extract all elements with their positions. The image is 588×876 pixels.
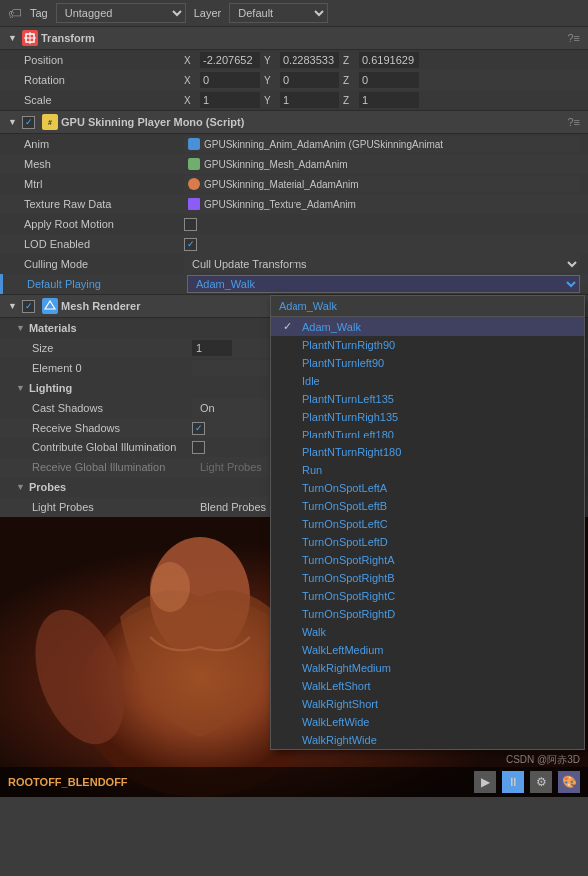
- position-x-input[interactable]: [200, 52, 260, 68]
- dropdown-item[interactable]: TurnOnSpotLeftD: [271, 533, 584, 551]
- dropdown-item[interactable]: PlantNTurnRigh135: [271, 408, 584, 426]
- viewport-color-button[interactable]: 🎨: [558, 771, 580, 793]
- default-playing-select[interactable]: Adam_Walk: [187, 275, 580, 293]
- mtrl-value: GPUSkinning_Material_AdamAnim: [184, 176, 580, 192]
- dropdown-item[interactable]: PlantNTurnleft90: [271, 354, 584, 372]
- dropdown-item[interactable]: WalkRightMedium: [271, 659, 584, 677]
- gpu-checkbox[interactable]: [22, 115, 39, 129]
- receive-shadows-checkbox[interactable]: [192, 422, 205, 435]
- scale-x-input[interactable]: [200, 92, 260, 108]
- materials-arrow-icon: ▼: [16, 323, 25, 333]
- dropdown-item-text: TurnOnSpotRightD: [302, 608, 395, 620]
- transform-section-header[interactable]: ▼ Transform ? ≡: [0, 26, 588, 50]
- apply-root-checkbox[interactable]: [184, 218, 197, 231]
- dropdown-items-list: ✓Adam_WalkPlantNTurnRigth90PlantNTurnlef…: [271, 317, 584, 749]
- dropdown-item[interactable]: Run: [271, 461, 584, 479]
- layer-select[interactable]: Default: [229, 3, 328, 23]
- dropdown-item[interactable]: TurnOnSpotLeftA: [271, 479, 584, 497]
- dropdown-item[interactable]: WalkRightShort: [271, 695, 584, 713]
- position-z-input[interactable]: [359, 52, 419, 68]
- dropdown-item[interactable]: TurnOnSpotRightB: [271, 569, 584, 587]
- viewport-overlay: ROOTOFF_BLENDOFF ▶ ⏸ ⚙ 🎨: [0, 767, 588, 797]
- materials-label: Materials: [29, 322, 77, 334]
- dropdown-item-text: WalkLeftWide: [302, 716, 369, 728]
- culling-row: Culling Mode Cull Update Transforms: [0, 254, 588, 274]
- mesh-value: GPUSkinning_Mesh_AdamAnim: [184, 156, 580, 172]
- dropdown-item-text: PlantNTurnleft90: [302, 357, 384, 369]
- dropdown-item[interactable]: PlantNTurnLeft180: [271, 426, 584, 443]
- transform-settings-btn[interactable]: ≡: [574, 32, 580, 44]
- dropdown-item-text: Idle: [302, 375, 320, 387]
- texture-ref-field[interactable]: GPUSkinning_Texture_AdamAnim: [184, 196, 580, 212]
- viewport-settings-button[interactable]: ⚙: [530, 771, 552, 793]
- rotation-x-input[interactable]: [200, 72, 260, 88]
- mesh-renderer-arrow-icon: ▼: [8, 301, 18, 311]
- dropdown-item[interactable]: WalkLeftMedium: [271, 641, 584, 659]
- position-value: X Y Z: [184, 52, 580, 68]
- lod-checkbox[interactable]: [184, 238, 197, 251]
- culling-select[interactable]: Cull Update Transforms: [184, 255, 580, 273]
- dropdown-header: Adam_Walk: [271, 296, 584, 317]
- dropdown-item-text: PlantNTurnLeft180: [302, 429, 394, 440]
- anim-ref-field[interactable]: GPUSkinning_Anim_AdamAnim (GPUSkinningAn…: [184, 136, 580, 152]
- layer-label: Layer: [194, 7, 222, 19]
- mtrl-ref-field[interactable]: GPUSkinning_Material_AdamAnim: [184, 176, 580, 192]
- dropdown-item[interactable]: TurnOnSpotLeftC: [271, 515, 584, 533]
- pos-z-label: Z: [343, 55, 355, 66]
- dropdown-item[interactable]: Walk: [271, 623, 584, 641]
- dropdown-item[interactable]: TurnOnSpotRightA: [271, 551, 584, 569]
- rotation-y-input[interactable]: [280, 72, 339, 88]
- scale-x-label: X: [184, 95, 196, 106]
- dropdown-item[interactable]: PlantNTurnRigth90: [271, 336, 584, 354]
- pos-x-label: X: [184, 55, 196, 66]
- play-button[interactable]: ▶: [474, 771, 496, 793]
- dropdown-item-text: WalkRightWide: [302, 734, 377, 746]
- tex-ref-icon: [188, 198, 200, 210]
- scale-z-input[interactable]: [359, 92, 419, 108]
- dropdown-item[interactable]: WalkLeftWide: [271, 713, 584, 731]
- dropdown-item[interactable]: TurnOnSpotRightD: [271, 605, 584, 623]
- position-y-input[interactable]: [280, 52, 339, 68]
- position-label: Position: [24, 54, 184, 66]
- rotation-z-input[interactable]: [359, 72, 419, 88]
- dropdown-item[interactable]: WalkRightWide: [271, 731, 584, 749]
- dropdown-item[interactable]: TurnOnSpotLeftB: [271, 497, 584, 515]
- dropdown-item[interactable]: PlantNTurnRight180: [271, 443, 584, 461]
- dropdown-item[interactable]: TurnOnSpotRightC: [271, 587, 584, 605]
- dropdown-item[interactable]: WalkLeftShort: [271, 677, 584, 695]
- element0-label: Element 0: [32, 362, 192, 374]
- rotation-row: Rotation X Y Z: [0, 70, 588, 90]
- anim-ref-text: GPUSkinning_Anim_AdamAnim (GPUSkinningAn…: [204, 139, 443, 150]
- scale-y-input[interactable]: [280, 92, 339, 108]
- dropdown-item-text: TurnOnSpotLeftA: [302, 482, 387, 494]
- default-playing-value[interactable]: Adam_Walk: [187, 275, 580, 293]
- dropdown-item-text: PlantNTurnRight180: [302, 446, 401, 458]
- receive-gi-label: Receive Global Illumination: [32, 461, 192, 473]
- dropdown-item-text: TurnOnSpotRightA: [302, 554, 395, 566]
- dropdown-item-text: Walk: [302, 626, 326, 638]
- texture-row: Texture Raw Data GPUSkinning_Texture_Ada…: [0, 194, 588, 214]
- default-playing-label: Default Playing: [27, 278, 187, 290]
- mesh-renderer-enabled-checkbox[interactable]: [22, 300, 35, 313]
- anim-value: GPUSkinning_Anim_AdamAnim (GPUSkinningAn…: [184, 136, 580, 152]
- scale-value: X Y Z: [184, 92, 580, 108]
- tag-select[interactable]: Untagged: [56, 3, 186, 23]
- default-playing-row: Default Playing Adam_Walk: [0, 274, 588, 294]
- rot-y-label: Y: [264, 75, 276, 86]
- gpu-settings-btn[interactable]: ≡: [574, 116, 580, 128]
- dropdown-item[interactable]: PlantNTurnLeft135: [271, 390, 584, 408]
- lighting-arrow-icon: ▼: [16, 383, 25, 393]
- gpu-section-header[interactable]: ▼ # GPU Skinning Player Mono (Script) ? …: [0, 110, 588, 134]
- pause-button[interactable]: ⏸: [502, 771, 524, 793]
- cast-shadows-label: Cast Shadows: [32, 402, 192, 414]
- dropdown-item[interactable]: Idle: [271, 372, 584, 390]
- gpu-enabled-checkbox[interactable]: [22, 116, 35, 129]
- size-input[interactable]: [192, 340, 232, 356]
- watermark: CSDN @阿赤3D: [506, 753, 580, 767]
- dropdown-item[interactable]: ✓Adam_Walk: [271, 317, 584, 336]
- mesh-row: Mesh GPUSkinning_Mesh_AdamAnim: [0, 154, 588, 174]
- mesh-label: Mesh: [24, 158, 184, 170]
- contribute-gi-checkbox[interactable]: [192, 441, 205, 454]
- anim-ref-icon: [188, 138, 200, 150]
- mesh-ref-field[interactable]: GPUSkinning_Mesh_AdamAnim: [184, 156, 580, 172]
